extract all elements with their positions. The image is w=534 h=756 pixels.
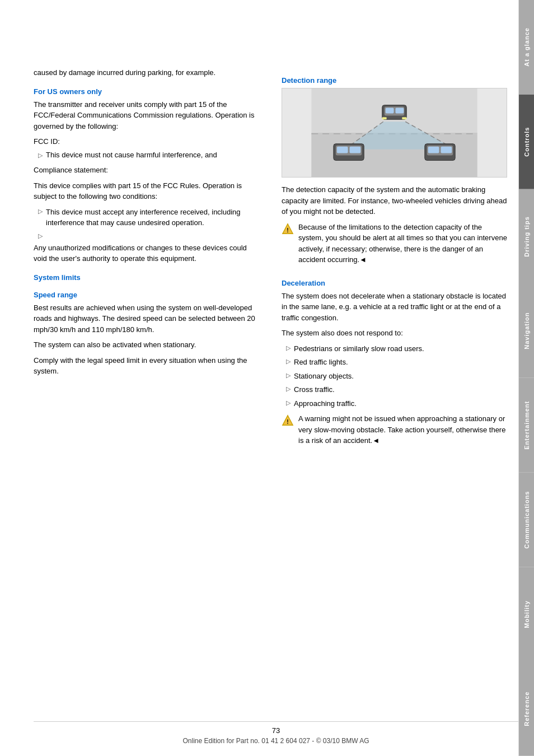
sidebar-reference-label: Reference <box>523 692 530 726</box>
deceleration-para1: The system does not decelerate when a st… <box>282 291 507 324</box>
for-us-owners-para1: The transmitter and receiver units compl… <box>34 99 259 132</box>
footer: 73 Online Edition for Part no. 01 41 2 6… <box>34 721 518 745</box>
speed-range-para1: Best results are achieved when using the… <box>34 302 259 335</box>
sidebar: At a glance Controls Driving tips Naviga… <box>518 0 534 756</box>
svg-text:!: ! <box>287 419 288 425</box>
svg-rect-10 <box>382 117 387 119</box>
bullet-item-1: ▷ This device must accept any interferen… <box>34 207 259 228</box>
decel-bullet-3: ▷ Stationary objects. <box>282 371 507 382</box>
bullet-text-1: This device must accept any interference… <box>46 207 259 228</box>
compliance-label: Compliance statement: <box>34 165 259 176</box>
page-number: 73 <box>34 726 518 735</box>
warning-icon-detection: ! <box>282 223 294 235</box>
bullet-arrow-2: ▷ <box>38 232 43 240</box>
sidebar-item-reference[interactable]: Reference <box>519 661 534 756</box>
left-column: caused by damage incurred during parking… <box>34 67 265 710</box>
svg-rect-9 <box>395 108 404 114</box>
decel-text-4: Cross traffic. <box>294 384 335 395</box>
oayars-line: ▷ This device must not cause harmful int… <box>34 150 259 161</box>
footer-text: Online Edition for Part no. 01 41 2 604 … <box>34 737 518 745</box>
sidebar-at-glance-label: At a glance <box>523 28 530 67</box>
decel-bullet-4: ▷ Cross traffic. <box>282 384 507 395</box>
sidebar-item-controls[interactable]: Controls <box>519 95 534 189</box>
oayars-text: This device must not cause harmful inter… <box>46 150 217 161</box>
system-limits-heading: System limits <box>34 273 259 282</box>
decel-arrow-3: ▷ <box>286 372 291 379</box>
sidebar-item-at-glance[interactable]: At a glance <box>519 0 534 95</box>
svg-text:!: ! <box>287 227 288 233</box>
for-us-owners-heading: For US owners only <box>34 87 259 96</box>
sidebar-driving-label: Driving tips <box>523 216 530 257</box>
speed-range-para3: Comply with the legal speed limit in eve… <box>34 355 259 377</box>
deceleration-heading: Deceleration <box>282 279 507 287</box>
decel-bullet-2: ▷ Red traffic lights. <box>282 357 507 368</box>
deceleration-warning: ! A warning might not be issued when app… <box>282 413 507 451</box>
decel-bullet-5: ▷ Approaching traffic. <box>282 398 507 409</box>
svg-rect-8 <box>386 108 394 114</box>
detection-range-warning-text: Because of the limitations to the detect… <box>298 222 507 265</box>
detection-range-diagram <box>282 88 507 178</box>
detection-range-para1: The detection capacity of the system and… <box>282 184 507 217</box>
sidebar-item-navigation[interactable]: Navigation <box>519 283 534 378</box>
decel-text-3: Stationary objects. <box>294 371 354 382</box>
sidebar-navigation-label: Navigation <box>523 312 530 349</box>
sidebar-item-communications[interactable]: Communications <box>519 473 534 567</box>
sidebar-entertainment-label: Entertainment <box>523 401 530 450</box>
decel-text-2: Red traffic lights. <box>294 357 348 368</box>
speed-range-para2: The system can also be activated when st… <box>34 339 259 351</box>
svg-rect-19 <box>441 147 452 153</box>
bullet-arrow-1: ▷ <box>38 208 43 215</box>
decel-arrow-5: ▷ <box>286 399 291 407</box>
sidebar-communications-label: Communications <box>523 491 530 549</box>
deceleration-para2: The system also does not respond to: <box>282 328 507 339</box>
sidebar-controls-label: Controls <box>523 127 530 157</box>
fcc-id-label: FCC ID: <box>34 136 259 147</box>
svg-rect-18 <box>428 147 439 153</box>
svg-rect-15 <box>350 147 361 153</box>
bullet-item-2: ▷ <box>34 231 259 240</box>
svg-rect-14 <box>337 147 348 153</box>
decel-arrow-4: ▷ <box>286 385 291 393</box>
intro-text: caused by damage incurred during parking… <box>34 67 259 78</box>
sidebar-item-mobility[interactable]: Mobility <box>519 567 534 662</box>
sidebar-item-driving-tips[interactable]: Driving tips <box>519 189 534 284</box>
decel-arrow-2: ▷ <box>286 358 291 365</box>
right-column: Detection range <box>282 67 518 710</box>
warning-icon-decel: ! <box>282 414 294 427</box>
sidebar-item-entertainment[interactable]: Entertainment <box>519 378 534 473</box>
deceleration-warning-text: A warning might not be issued when appro… <box>298 413 507 446</box>
decel-text-1: Pedestrians or similarly slow road users… <box>294 343 424 354</box>
compliance-para: This device complies with part 15 of the… <box>34 180 259 202</box>
for-us-owners-para2: Any unauthorized modifications or change… <box>34 242 259 264</box>
detection-range-heading: Detection range <box>282 76 507 85</box>
bullet-arrow-oayars: ▷ <box>38 152 43 159</box>
sidebar-mobility-label: Mobility <box>523 600 530 628</box>
decel-bullet-1: ▷ Pedestrians or similarly slow road use… <box>282 343 507 354</box>
speed-range-heading: Speed range <box>34 291 259 299</box>
detection-range-warning: ! Because of the limitations to the dete… <box>282 222 507 270</box>
decel-text-5: Approaching traffic. <box>294 398 357 409</box>
decel-arrow-1: ▷ <box>286 344 291 352</box>
svg-rect-11 <box>402 117 406 119</box>
